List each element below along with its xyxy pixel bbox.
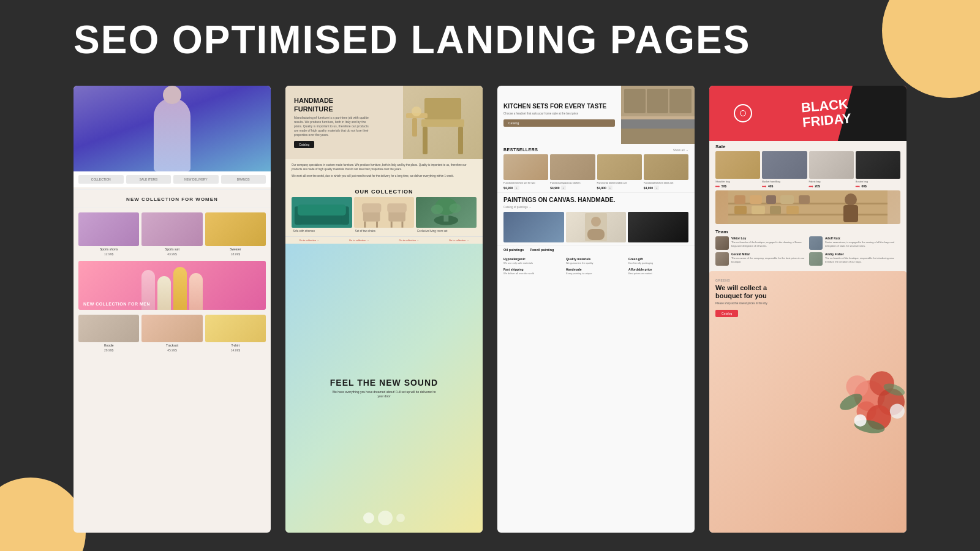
- card4-price-new-3: 60$: [861, 184, 866, 188]
- card3-bs-header: BESTSELLERS Show all →: [503, 148, 688, 152]
- card4-sale-title: Sale: [709, 141, 907, 151]
- card3-bs-label-1: Functional spacious kitchen: [550, 181, 595, 184]
- card1-women-products: Sports shorts 12.99$ Sports suit 43.99$ …: [74, 210, 271, 258]
- card4-avatar-3: [809, 252, 823, 266]
- svg-rect-1: [424, 98, 461, 119]
- svg-rect-3: [458, 127, 463, 154]
- svg-rect-40: [780, 195, 794, 204]
- card4-florist-title: We will collect a bouquet for you: [715, 284, 783, 300]
- card2-chair-svg: [403, 86, 483, 159]
- svg-rect-26: [624, 89, 646, 113]
- card3-bs-item-2: Functional kitchen table-set $4,900 +: [597, 154, 642, 190]
- card3-kitchen-image: [621, 86, 695, 144]
- card4-team-member-2: Gerald Millar The co-owner of the compan…: [715, 252, 807, 266]
- card3-bs-link[interactable]: Show all →: [673, 148, 688, 152]
- svg-rect-44: [770, 206, 781, 214]
- card4-bf-hero: BLACK FRIDAY: [709, 86, 907, 141]
- card2-catalog-button[interactable]: Catalog: [294, 141, 314, 148]
- card2-circle-1: [363, 512, 374, 523]
- svg-rect-33: [587, 229, 605, 240]
- card2-collection-title: OUR COLLECTION: [285, 189, 483, 195]
- card3-art-dark: [628, 212, 688, 242]
- card2-gallery: Sofa with ottoman Set of two chair: [285, 197, 483, 234]
- svg-rect-42: [734, 206, 747, 214]
- card2-link-1[interactable]: Go to collection →: [336, 239, 383, 242]
- card2-music-subtitle: We have everything you have dreamed abou…: [329, 390, 439, 399]
- card1-nav-sale[interactable]: SALE ITEMS: [126, 175, 172, 184]
- card3-feature-2-desc: Eco friendly packaging: [628, 261, 688, 265]
- card2-gallery-item-0: Sofa with ottoman: [292, 197, 352, 234]
- card4-team-role-0: The co-founder of the boutique, engaged …: [731, 241, 807, 247]
- card3-bs-add-2[interactable]: +: [608, 186, 612, 190]
- card3-bs-grid: Functional kitchen set for two $4,900 + …: [503, 154, 688, 190]
- card4-avatar-2: [715, 252, 729, 266]
- card3-bs-label-0: Functional kitchen set for two: [503, 181, 548, 184]
- card3-art-subtitle[interactable]: Catalog of paintings →: [503, 206, 688, 209]
- card3-bestsellers: BESTSELLERS Show all → Functional kitche…: [497, 144, 695, 192]
- card2-sofa-label: Sofa with ottoman: [292, 228, 352, 234]
- card2-hero: HANDMADE FURNITURE Manufacturing of furn…: [285, 86, 483, 159]
- card2-music-section: FEEL THE NEW SOUND We have everything yo…: [285, 244, 483, 533]
- card3-features: Hypoallergenic We use only safe material…: [497, 254, 695, 278]
- card4-team-grid: Viktor Loy The co-founder of the boutiqu…: [709, 236, 907, 269]
- card-kitchen-art: KITCHEN SETS FOR EVERY TASTE Choose a he…: [497, 86, 695, 533]
- card2-body: Our company specializes in custom made f…: [285, 159, 483, 185]
- card1-men-product-1-price: 45.99$: [167, 348, 176, 352]
- card3-bs-img-2: [597, 154, 642, 180]
- card2-link-0[interactable]: Go to collection →: [285, 239, 333, 242]
- card2-hero-subtitle: Manufacturing of furniture is a part-tim…: [294, 116, 374, 137]
- card4-flowers-svg: [808, 271, 907, 533]
- card1-nav-brands[interactable]: BRANDS: [221, 175, 266, 184]
- svg-rect-28: [669, 89, 692, 113]
- card3-category-oil[interactable]: Oil paintings: [503, 248, 524, 252]
- card4-team-info-3: Andry Fisher The co-founder of the bouti…: [825, 252, 900, 263]
- card3-feature-1-desc: We guarantee the quality: [566, 261, 626, 265]
- card4-team-name-3: Andry Fisher: [825, 252, 900, 256]
- card3-bs-add-0[interactable]: +: [514, 186, 519, 190]
- card1-product-1-price: 43.99$: [167, 252, 176, 256]
- card3-bs-add-1[interactable]: +: [561, 186, 566, 190]
- card3-bs-item-1: Functional spacious kitchen $4,900 +: [550, 154, 595, 190]
- card3-category-pencil[interactable]: Pencil painting: [530, 248, 554, 252]
- card3-bs-price-3: $4,900: [644, 186, 653, 190]
- svg-point-22: [431, 204, 443, 214]
- card3-kitchen-title: KITCHEN SETS FOR EVERY TASTE: [503, 103, 615, 110]
- card3-feature-0: Hypoallergenic We use only safe material…: [503, 257, 564, 265]
- card4-sale-prices-1: 60$ 40$: [762, 184, 807, 188]
- card1-product-0-price: 12.99$: [104, 252, 113, 256]
- card3-bs-img-1: [550, 154, 595, 180]
- card4-team-role-2: The co-owner of the company, responsible…: [731, 257, 807, 263]
- card1-nav-delivery[interactable]: NEW DELIVERY: [173, 175, 219, 184]
- card2-link-3[interactable]: Go to collection →: [435, 239, 483, 242]
- card1-men-product-0-price: 28.99$: [104, 348, 113, 352]
- card2-hero-content: HANDMADE FURNITURE Manufacturing of furn…: [285, 91, 382, 154]
- card3-bs-price-1: $4,900: [550, 186, 559, 190]
- svg-rect-36: [728, 214, 888, 216]
- card1-product-2: Sweater 18.99$: [205, 212, 266, 256]
- card3-art-gallery: [503, 212, 688, 242]
- card4-sale-prices-3: 90$ 60$: [856, 184, 900, 188]
- card4-florist-button[interactable]: Catalog: [715, 310, 738, 317]
- card4-team-info-0: Viktor Loy The co-founder of the boutiqu…: [731, 236, 807, 247]
- card2-circle-3: [396, 514, 405, 522]
- card1-men-product-2-label: T-shirt: [231, 343, 239, 347]
- card1-nav-collection[interactable]: COLLECTION: [78, 175, 124, 184]
- card-furniture: HANDMADE FURNITURE Manufacturing of furn…: [285, 86, 483, 533]
- card4-sale-item-1: Bucket handBag 60$ 40$: [762, 151, 807, 188]
- card1-product-0: Sports shorts 12.99$: [78, 212, 139, 256]
- card4-sale-item-3: Boston bag 90$ 60$: [856, 151, 900, 188]
- card3-bs-add-3[interactable]: +: [654, 186, 659, 190]
- card2-link-2[interactable]: Go to collection →: [385, 239, 433, 242]
- card3-feature-4-title: Handmade: [566, 268, 626, 271]
- card2-circle-2: [378, 511, 393, 525]
- card4-team-title: Team: [709, 227, 907, 236]
- card4-team-name-1: Adolf Katz: [825, 236, 900, 240]
- card4-price-old-2: 40$: [809, 185, 813, 188]
- card4-avatar-0: [715, 236, 729, 250]
- card2-collection-links: Go to collection → Go to collection → Go…: [285, 236, 483, 244]
- card3-catalog-button[interactable]: Catalog: [503, 119, 615, 127]
- card-fashion: COLLECTION SALE ITEMS NEW DELIVERY BRAND…: [74, 86, 271, 533]
- card3-feature-5-desc: Best prices on market: [628, 272, 688, 276]
- card3-feature-0-title: Hypoallergenic: [503, 257, 564, 261]
- card4-florist-content: GREENS We will collect a bouquet for you…: [715, 279, 783, 317]
